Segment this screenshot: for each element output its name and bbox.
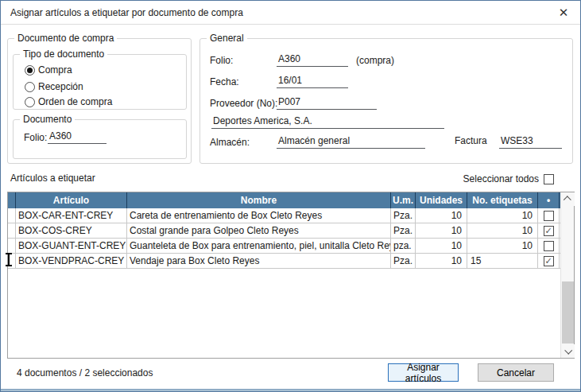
fecha-label: Fecha: xyxy=(210,76,239,87)
factura-input[interactable]: WSE33 xyxy=(499,135,562,149)
cell-nombre[interactable]: Vendaje para Box Cleto Reyes xyxy=(127,254,391,268)
group-documento-de-compra: Documento de compra Tipo de documento Co… xyxy=(7,38,192,164)
articulos-table: Artículo Nombre U.m. Unidades No. etique… xyxy=(7,192,575,359)
group-tipo-de-documento: Tipo de documento Compra Recepción Orden… xyxy=(13,54,187,110)
cell-checkbox[interactable] xyxy=(538,208,560,223)
almacen-label: Almacén: xyxy=(210,137,250,148)
fecha-input[interactable]: 16/01 xyxy=(277,75,348,88)
text-cursor-icon xyxy=(8,254,10,266)
row-checkbox[interactable]: ✓ xyxy=(544,226,554,236)
header-um[interactable]: U.m. xyxy=(391,192,416,208)
row-selector-cell[interactable] xyxy=(8,239,16,253)
row-selector-cell[interactable] xyxy=(8,223,16,238)
radio-label: Recepción xyxy=(37,81,83,92)
select-all-checkbox[interactable] xyxy=(544,174,554,184)
table-body: BOX-CAR-ENT-CREY Careta de entrenamiento… xyxy=(8,208,574,269)
radio-button-icon[interactable] xyxy=(25,82,35,92)
radio-button-icon[interactable] xyxy=(25,97,35,107)
scroll-down-icon[interactable] xyxy=(561,344,575,358)
row-selector-cell[interactable] xyxy=(8,208,16,223)
table-row[interactable]: BOX-GUANT-ENT-CREY Guanteleta de Box par… xyxy=(8,239,574,254)
articulos-section-label: Artículos a etiquetar xyxy=(10,173,95,184)
group-legend: Documento xyxy=(20,114,75,125)
cell-etiquetas[interactable]: 15 xyxy=(467,254,538,268)
radio-label: Orden de compra xyxy=(37,96,112,107)
header-row-selector xyxy=(8,192,16,208)
group-documento: Documento Folio: A360 Localizar xyxy=(13,119,187,159)
folio-doc-input[interactable]: A360 xyxy=(48,130,107,144)
cell-articulo[interactable]: BOX-COS-CREY xyxy=(16,223,127,238)
group-legend: General xyxy=(207,33,247,44)
table-row[interactable]: BOX-CAR-ENT-CREY Careta de entrenamiento… xyxy=(8,208,574,223)
header-unidades[interactable]: Unidades xyxy=(416,192,467,208)
cell-checkbox[interactable]: ✓ xyxy=(538,254,560,268)
radio-recepcion[interactable]: Recepción xyxy=(25,81,83,92)
dialog-title: Asignar artículos a etiquetar por docume… xyxy=(10,7,243,18)
table-row[interactable]: BOX-COS-CREY Costal grande para Golpeo C… xyxy=(8,223,574,239)
cell-nombre[interactable]: Costal grande para Golpeo Cleto Reyes xyxy=(127,223,391,238)
cell-um[interactable]: Pza. xyxy=(391,254,416,268)
cell-unidades[interactable]: 10 xyxy=(416,208,467,223)
radio-label: Compra xyxy=(37,64,72,76)
scroll-up-icon[interactable] xyxy=(561,192,575,206)
cell-nombre[interactable]: Careta de entrenamiento de Box Cleto Rey… xyxy=(127,208,391,223)
cell-um[interactable]: Pza. xyxy=(391,223,416,238)
cell-unidades[interactable]: 10 xyxy=(416,223,467,238)
cell-etiquetas[interactable]: 10 xyxy=(467,223,538,238)
cell-um[interactable]: Pza. xyxy=(391,208,416,223)
asignar-articulos-button[interactable]: Asignar artículos xyxy=(388,363,459,382)
cell-articulo[interactable]: BOX-GUANT-ENT-CREY xyxy=(16,239,127,253)
radio-button-icon[interactable] xyxy=(25,65,35,76)
cell-etiquetas[interactable]: 10 xyxy=(467,239,538,253)
group-general: General Folio: A360 (compra) Fecha: 16/0… xyxy=(199,38,573,164)
row-checkbox[interactable] xyxy=(544,211,554,221)
header-no-etiquetas[interactable]: No. etiquetas xyxy=(467,192,538,208)
general-folio-suffix: (compra) xyxy=(356,55,394,66)
general-folio-input[interactable]: A360 xyxy=(277,53,348,67)
group-legend: Documento de compra xyxy=(14,33,117,44)
group-legend: Tipo de documento xyxy=(20,49,107,60)
header-articulo[interactable]: Artículo xyxy=(16,192,127,208)
select-all-label: Seleccionar todos xyxy=(463,173,539,184)
vertical-scrollbar[interactable] xyxy=(560,192,574,358)
cell-unidades[interactable]: 10 xyxy=(416,254,467,268)
cell-checkbox[interactable]: ✓ xyxy=(538,223,560,238)
dialog-window: Asignar artículos a etiquetar por docume… xyxy=(0,0,581,392)
status-text: 4 documentos / 2 seleccionados xyxy=(17,367,153,378)
close-icon[interactable]: ✕ xyxy=(547,1,580,24)
cell-um[interactable]: pza. xyxy=(391,239,416,253)
header-nombre[interactable]: Nombre xyxy=(127,192,391,208)
header-bullet[interactable]: • xyxy=(538,192,560,208)
proveedor-input[interactable]: P007 xyxy=(277,96,377,110)
cell-unidades[interactable]: 10 xyxy=(416,239,467,253)
cell-articulo[interactable]: BOX-CAR-ENT-CREY xyxy=(16,208,127,223)
radio-compra[interactable]: Compra xyxy=(25,64,72,76)
proveedor-label: Proveedor (No): xyxy=(210,98,277,109)
cell-nombre[interactable]: Guanteleta de Box para entrenamiento, pi… xyxy=(127,239,391,253)
window-border-accent xyxy=(1,389,580,391)
row-checkbox[interactable] xyxy=(544,241,554,251)
table-row[interactable]: BOX-VENDPRAC-CREY Vendaje para Box Cleto… xyxy=(8,254,574,269)
cell-articulo[interactable]: BOX-VENDPRAC-CREY xyxy=(16,254,127,268)
cancelar-button[interactable]: Cancelar xyxy=(478,363,554,382)
row-checkbox[interactable]: ✓ xyxy=(544,256,554,266)
title-bar: Asignar artículos a etiquetar por docume… xyxy=(1,1,580,25)
table-header: Artículo Nombre U.m. Unidades No. etique… xyxy=(8,192,574,208)
general-folio-label: Folio: xyxy=(210,55,233,66)
select-all-control[interactable]: Seleccionar todos xyxy=(463,173,554,184)
factura-label: Factura xyxy=(455,135,487,146)
radio-orden-de-compra[interactable]: Orden de compra xyxy=(25,96,112,107)
cell-checkbox[interactable] xyxy=(538,239,560,253)
cell-etiquetas[interactable]: 10 xyxy=(467,208,538,223)
almacen-input[interactable]: Almacén general xyxy=(277,135,425,149)
scrollbar-thumb[interactable] xyxy=(562,281,574,343)
proveedor-nombre-field[interactable]: Deportes America, S.A. xyxy=(211,115,444,129)
folio-label: Folio: xyxy=(24,132,47,143)
